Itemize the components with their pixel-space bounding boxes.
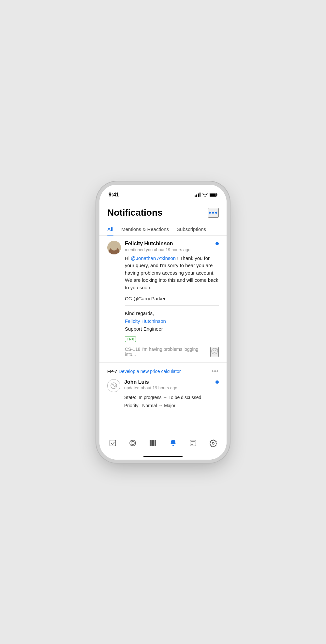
tab-all[interactable]: All: [107, 223, 113, 235]
svg-rect-1: [217, 194, 217, 195]
mention-link[interactable]: @Jonathan Atkinson: [131, 255, 176, 261]
tabs-bar: All Mentions & Reactions Subscriptions: [99, 223, 227, 236]
update-item: John Luis updated about 19 hours ago Sta…: [107, 379, 219, 410]
svg-rect-16: [155, 440, 156, 446]
second-section-header: FP-7 Develop a new price calculator •••: [107, 368, 219, 375]
update-user-block: John Luis updated about 19 hours ago: [124, 379, 177, 390]
issue-title-link[interactable]: Develop a new price calculator: [119, 369, 181, 374]
update-meta: John Luis updated about 19 hours ago Sta…: [124, 379, 219, 410]
avatar: [107, 241, 121, 254]
issue-ref: FP-7 Develop a new price calculator: [107, 368, 181, 374]
phone-frame: 9:41 Notif: [99, 185, 227, 460]
more-options-button[interactable]: •••: [208, 208, 219, 218]
screen-content: Notifications ••• All Mentions & Reactio…: [99, 201, 227, 416]
svg-rect-14: [150, 440, 152, 446]
nav-board[interactable]: [146, 436, 160, 450]
refresh-icon: [110, 382, 117, 389]
status-time: 9:41: [109, 192, 119, 198]
unread-dot: [215, 242, 219, 245]
sign-off: Kind regards,: [125, 309, 219, 317]
tnx-badge: TNX: [125, 336, 136, 342]
sig-name-link[interactable]: Felicity Hutchinson: [125, 317, 219, 325]
state-change: State: In progress → To be discussed: [124, 394, 219, 402]
svg-rect-7: [110, 440, 116, 446]
notification-item: Felicity Hutchinson mentioned you about …: [107, 241, 219, 357]
issue-id: FP-7: [107, 369, 117, 374]
notif-time: mentioned you about 19 hours ago: [125, 247, 215, 252]
nav-tasks[interactable]: [106, 436, 120, 450]
update-time: updated about 19 hours ago: [124, 385, 177, 390]
wifi-icon: [202, 193, 208, 197]
nav-help[interactable]: [126, 436, 140, 450]
home-indicator: [143, 456, 183, 457]
signature-block: Kind regards, Felicity Hutchinson Suppor…: [125, 309, 219, 333]
svg-rect-15: [152, 440, 154, 446]
tab-mentions-reactions[interactable]: Mentions & Reactions: [121, 223, 169, 235]
settings-icon: [209, 439, 217, 447]
tab-subscriptions[interactable]: Subscriptions: [177, 223, 206, 235]
second-more-button[interactable]: •••: [212, 368, 219, 375]
board-icon: [149, 439, 157, 447]
notification-body: Felicity Hutchinson mentioned you about …: [125, 241, 219, 357]
notif-meta: Felicity Hutchinson mentioned you about …: [125, 241, 215, 252]
first-notification: Felicity Hutchinson mentioned you about …: [99, 236, 227, 363]
page-header: Notifications •••: [99, 201, 227, 223]
sig-role: Support Engineer: [125, 325, 219, 333]
update-user-name: John Luis: [124, 379, 177, 385]
list-icon: [189, 439, 197, 447]
svg-point-3: [212, 348, 217, 354]
signal-icon: [195, 193, 200, 197]
battery-icon: [210, 193, 217, 197]
priority-change: Priority: Normal → Major: [124, 402, 219, 410]
notification-header: Felicity Hutchinson mentioned you about …: [125, 241, 219, 252]
bell-icon: [169, 439, 177, 447]
message-divider: [125, 305, 219, 306]
cc-line: CC @Carry.Parker: [125, 296, 219, 301]
notif-message: Hi @Jonathan Atkinson ! Thank you for yo…: [125, 255, 219, 292]
nav-notes[interactable]: [186, 436, 200, 450]
help-icon: [129, 439, 137, 447]
svg-rect-2: [210, 193, 216, 196]
update-icon: [107, 379, 120, 392]
priority-to: Major: [164, 403, 175, 408]
svg-point-22: [212, 442, 214, 444]
message-prefix: Hi: [125, 255, 131, 261]
emoji-reaction-icon: [211, 348, 218, 355]
page-title: Notifications: [107, 208, 163, 218]
nav-settings[interactable]: [206, 436, 220, 450]
nav-notifications[interactable]: [166, 436, 180, 450]
status-bar: 9:41: [99, 185, 227, 201]
emoji-button[interactable]: [210, 347, 219, 357]
state-from: In progress: [139, 395, 161, 400]
second-unread-dot: [215, 380, 219, 384]
preview-row: CS-118 I'm having problems logging into.…: [125, 347, 219, 357]
preview-text: CS-118 I'm having problems logging into.…: [125, 347, 210, 357]
svg-point-5: [215, 350, 216, 351]
update-changes: State: In progress → To be discussed Pri…: [124, 394, 219, 410]
second-notification: FP-7 Develop a new price calculator •••: [99, 363, 227, 415]
notif-user-name: Felicity Hutchinson: [125, 241, 215, 247]
svg-point-9: [131, 441, 134, 445]
priority-from: Normal: [142, 403, 157, 408]
checkbox-icon: [109, 439, 117, 447]
status-icons: [195, 193, 217, 197]
state-to: To be discussed: [169, 395, 201, 400]
svg-marker-21: [210, 440, 216, 447]
svg-point-4: [213, 350, 214, 351]
